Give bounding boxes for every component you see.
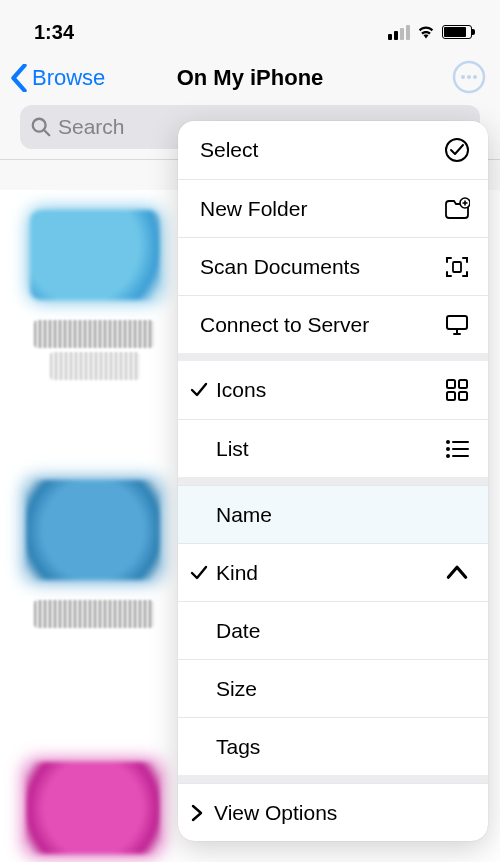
svg-rect-17: [459, 392, 467, 400]
nav-header: Browse On My iPhone: [0, 50, 500, 105]
folder-plus-icon: [444, 196, 470, 222]
menu-label: Kind: [216, 561, 444, 585]
svg-point-20: [446, 447, 450, 451]
menu-label: Name: [216, 503, 470, 527]
menu-separator: [178, 477, 488, 485]
menu-item-sort-name[interactable]: Name: [178, 485, 488, 543]
highlighted-section: Icons List Name Kind: [178, 361, 488, 841]
grid-icon: [444, 377, 470, 403]
menu-label: List: [216, 437, 444, 461]
menu-item-scan-documents[interactable]: Scan Documents: [178, 237, 488, 295]
menu-item-new-folder[interactable]: New Folder: [178, 179, 488, 237]
back-button[interactable]: Browse: [0, 64, 105, 92]
svg-point-18: [446, 440, 450, 444]
context-menu: Select New Folder Scan Documents Connect…: [178, 121, 488, 841]
menu-label: Select: [200, 138, 444, 162]
menu-item-select[interactable]: Select: [178, 121, 488, 179]
ellipsis-circle-icon: [452, 60, 486, 94]
menu-item-connect-server[interactable]: Connect to Server: [178, 295, 488, 353]
svg-rect-16: [447, 392, 455, 400]
menu-label: Size: [216, 677, 470, 701]
list-icon: [444, 436, 470, 462]
screen: 1:34 Browse On My iPhone Search: [0, 0, 500, 862]
svg-point-3: [473, 75, 477, 79]
svg-rect-14: [447, 380, 455, 388]
svg-line-5: [44, 130, 50, 136]
svg-rect-11: [447, 316, 467, 329]
search-placeholder: Search: [58, 115, 125, 139]
status-bar: 1:34: [0, 0, 500, 50]
status-time: 1:34: [34, 21, 74, 44]
chevron-left-icon: [10, 64, 28, 92]
menu-label: New Folder: [200, 197, 444, 221]
checkmark-icon: [188, 381, 210, 399]
menu-label: Scan Documents: [200, 255, 444, 279]
battery-icon: [442, 25, 472, 39]
more-button[interactable]: [452, 60, 486, 94]
search-icon: [30, 116, 52, 138]
menu-item-sort-tags[interactable]: Tags: [178, 717, 488, 775]
svg-rect-10: [453, 262, 461, 272]
scan-icon: [444, 254, 470, 280]
chevron-up-icon: [444, 560, 470, 586]
menu-label: Tags: [216, 735, 470, 759]
menu-label: View Options: [214, 801, 470, 825]
menu-item-list[interactable]: List: [178, 419, 488, 477]
checkmark-icon: [188, 564, 210, 582]
menu-separator: [178, 775, 488, 783]
checkmark-circle-icon: [444, 137, 470, 163]
status-indicators: [388, 24, 472, 40]
server-icon: [444, 312, 470, 338]
menu-separator: [178, 353, 488, 361]
svg-rect-15: [459, 380, 467, 388]
svg-point-22: [446, 454, 450, 458]
menu-item-sort-kind[interactable]: Kind: [178, 543, 488, 601]
svg-point-2: [467, 75, 471, 79]
back-label: Browse: [32, 65, 105, 91]
menu-label: Icons: [216, 378, 444, 402]
menu-item-view-options[interactable]: View Options: [178, 783, 488, 841]
wifi-icon: [416, 24, 436, 40]
menu-item-sort-size[interactable]: Size: [178, 659, 488, 717]
menu-label: Connect to Server: [200, 313, 444, 337]
svg-point-6: [446, 139, 468, 161]
svg-point-1: [461, 75, 465, 79]
cellular-icon: [388, 25, 410, 40]
menu-item-sort-date[interactable]: Date: [178, 601, 488, 659]
menu-label: Date: [216, 619, 470, 643]
chevron-right-icon: [186, 804, 208, 822]
menu-item-icons[interactable]: Icons: [178, 361, 488, 419]
